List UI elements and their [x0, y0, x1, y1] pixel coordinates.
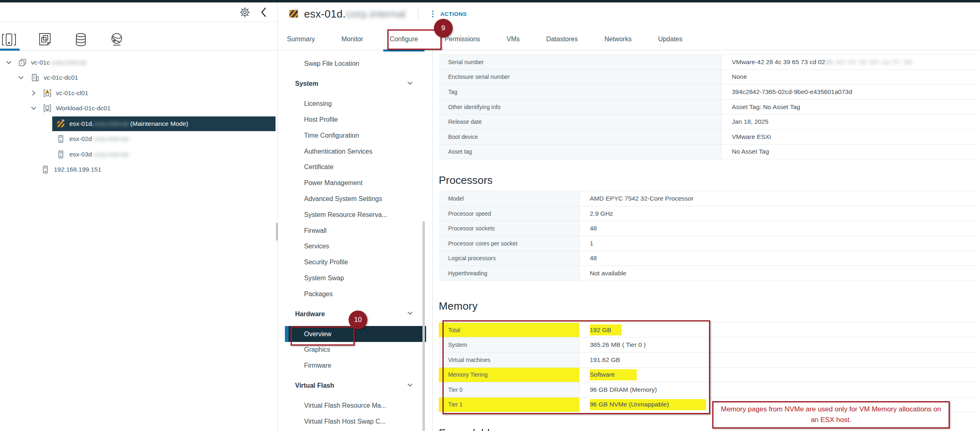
page-title: esx-01d.corp.internal — [304, 8, 406, 20]
nav-item-advanced-system-settings[interactable]: Advanced System Settings — [285, 191, 426, 207]
memory-row: System385.26 MB ( Tier 0 ) — [439, 337, 977, 353]
row-label: Asset tag — [439, 145, 722, 159]
nav-section-virtual-flash[interactable]: Virtual Flash — [285, 374, 426, 398]
chevron-down-icon[interactable] — [31, 105, 37, 112]
nav-item-host-profile[interactable]: Host Profile — [285, 112, 426, 128]
row-label: Enclosure serial number — [439, 70, 722, 85]
tree-item-label: esx-02d.corp.internal — [69, 135, 129, 143]
object-tabs: SummaryMonitorConfigurePermissionsVMsDat… — [278, 25, 980, 50]
row-label: Memory Tiering — [439, 368, 580, 382]
system-info-row: Tag394c2842-7365-02cd-9be0-e435601a073d — [439, 85, 977, 100]
nav-item-security-profile[interactable]: Security Profile — [285, 255, 426, 270]
nav-item-swap-file-location[interactable]: Swap File Location — [285, 56, 426, 72]
nav-item-authentication-services[interactable]: Authentication Services — [285, 143, 426, 159]
networking-icon[interactable] — [109, 31, 125, 48]
collapse-sidebar-icon[interactable] — [260, 7, 267, 18]
nav-item-system-resource-reserva[interactable]: System Resource Reserva... — [285, 207, 426, 223]
tab-vms[interactable]: VMs — [507, 30, 520, 49]
hosts-and-clusters-icon[interactable] — [1, 31, 17, 48]
row-value: 96 GB DRAM (Memory) — [580, 382, 977, 397]
processors-row: Logical processors48 — [439, 251, 977, 266]
nav-item-overview[interactable]: Overview — [285, 326, 426, 342]
host-icon — [41, 165, 50, 174]
settings-gear-icon[interactable] — [239, 6, 251, 18]
tree-item-esx-03d[interactable]: esx-03d.corp.internal — [0, 147, 277, 162]
nav-section-hardware[interactable]: Hardware — [285, 302, 426, 326]
object-header: esx-01d.corp.internal ⋮ACTIONS SummaryMo… — [278, 2, 980, 50]
tab-monitor[interactable]: Monitor — [341, 30, 363, 49]
tab-datastores[interactable]: Datastores — [546, 30, 578, 49]
tree-item-label: esx-01d.corp.internal (Maintenance Mode) — [69, 120, 188, 127]
nav-item-power-management[interactable]: Power Management — [285, 175, 426, 191]
nav-item-graphics[interactable]: Graphics — [285, 342, 426, 358]
actions-button[interactable]: ⋮ACTIONS — [429, 11, 467, 17]
chevron-down-icon[interactable] — [18, 75, 24, 81]
title-separator — [418, 8, 418, 20]
nav-item-time-configuration[interactable]: Time Configuration — [285, 127, 426, 143]
row-value: 385.26 MB ( Tier 0 ) — [580, 337, 977, 352]
row-value: Jan 18, 2025 — [722, 114, 977, 129]
object-body: Swap File LocationSystemLicensingHost Pr… — [278, 50, 980, 431]
tab-configure[interactable]: Configure — [390, 30, 418, 49]
row-label: Model — [439, 191, 580, 206]
row-value: 394c2842-7365-02cd-9be0-e435601a073d — [722, 85, 977, 99]
row-label: Release date — [439, 114, 722, 129]
processors-row: Processor cores per socket1 — [439, 236, 977, 251]
tab-summary[interactable]: Summary — [287, 30, 315, 49]
nav-item-licensing[interactable]: Licensing — [285, 96, 426, 112]
tree-item-esx-02d[interactable]: esx-02d.corp.internal — [0, 132, 277, 147]
kebab-menu-icon: ⋮ — [429, 11, 437, 17]
maintenance-mode-suffix: (Maintenance Mode) — [129, 120, 188, 127]
nav-scrollbar-thumb[interactable] — [422, 221, 425, 431]
system-info-row: Release dateJan 18, 2025 — [439, 114, 977, 130]
nav-item-firmware[interactable]: Firmware — [285, 358, 426, 374]
chevron-down-icon[interactable] — [6, 59, 12, 65]
processors-row: Processor speed2.9 GHz — [439, 206, 977, 221]
row-label: Boot device — [439, 130, 722, 144]
tree-item-label: vc-01c-dc01 — [44, 74, 78, 81]
highlight-chip: 192 GB — [590, 324, 622, 335]
inventory-utility-row — [0, 2, 277, 22]
tree-item-label: Workload-01c-dc01 — [56, 105, 111, 112]
nav-item-certificate[interactable]: Certificate — [285, 159, 426, 175]
inventory-tree: vc-01c.corp.internalvc-01c-dc01vc-01c-cl… — [0, 51, 277, 177]
nav-item-virtual-flash-resource-ma[interactable]: Virtual Flash Resource Ma... — [285, 398, 426, 414]
storage-icon[interactable] — [73, 31, 89, 48]
chevron-right-icon[interactable] — [31, 90, 37, 96]
tree-item-vc-01c[interactable]: vc-01c.corp.internal — [0, 55, 277, 70]
row-label: Serial number — [439, 55, 722, 69]
processors-row: HyperthreadingNot available — [439, 266, 977, 281]
vms-and-templates-icon[interactable] — [37, 31, 53, 48]
host-maintenance-icon — [56, 119, 65, 128]
nav-item-packages[interactable]: Packages — [285, 286, 426, 302]
row-value: Asset Tag: No Asset Tag — [722, 100, 977, 114]
vcenter-icon — [18, 58, 27, 67]
nav-item-virtual-flash-host-swap-c[interactable]: Virtual Flash Host Swap C... — [285, 413, 426, 429]
blurred-serial-tail: 9b e0 e4 35 60 1a 07 3d — [825, 58, 912, 66]
row-label: Total — [439, 323, 580, 337]
nav-section-label: Hardware — [295, 310, 325, 318]
tab-permissions[interactable]: Permissions — [444, 30, 480, 49]
row-label: System — [439, 337, 580, 352]
tree-item-workload-01c-dc01[interactable]: Workload-01c-dc01 — [0, 101, 277, 116]
tree-item-vc-01c-cl01[interactable]: vc-01c-cl01 — [0, 85, 277, 101]
nav-item-system-swap[interactable]: System Swap — [285, 270, 426, 286]
row-label: Tier 0 — [439, 382, 580, 397]
tab-networks[interactable]: Networks — [604, 30, 632, 49]
tree-item-192-168-199-151[interactable]: 192.168.199.151 — [0, 162, 277, 178]
blurred-domain: .corp.internal — [92, 135, 129, 142]
nav-item-services[interactable]: Services — [285, 239, 426, 255]
chevron-down-icon — [407, 80, 413, 88]
row-value: 192 GB — [580, 323, 977, 337]
system-info-table: Serial numberVMware-42 28 4c 39 65 73 cd… — [439, 54, 977, 159]
nav-item-firewall[interactable]: Firewall — [285, 223, 426, 239]
memory-heading: Memory — [439, 300, 980, 313]
tab-updates[interactable]: Updates — [658, 30, 682, 49]
chevron-down-icon — [407, 382, 413, 390]
blurred-domain: .corp.internal — [50, 59, 87, 66]
nav-section-system[interactable]: System — [285, 72, 426, 96]
system-info-row: Boot deviceVMware ESXi — [439, 130, 977, 145]
tree-item-esx-01d[interactable]: esx-01d.corp.internal (Maintenance Mode) — [0, 116, 277, 132]
chevron-down-icon — [407, 310, 413, 318]
tree-item-vc-01c-dc01[interactable]: vc-01c-dc01 — [0, 70, 277, 86]
